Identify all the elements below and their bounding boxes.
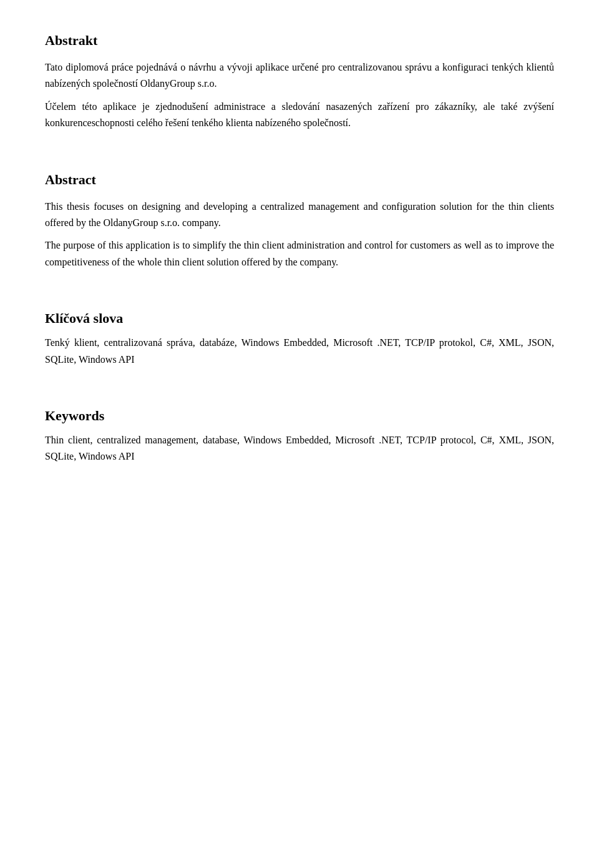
klicova-slova-body: Tenký klient, centralizovaná správa, dat… xyxy=(45,335,554,368)
abstrakt-title: Abstrakt xyxy=(45,30,554,51)
klicova-slova-section: Klíčová slova Tenký klient, centralizova… xyxy=(45,308,554,368)
abstrakt-body: Tato diplomová práce pojednává o návrhu … xyxy=(45,59,554,132)
klicova-slova-title: Klíčová slova xyxy=(45,308,554,328)
abstract-title: Abstract xyxy=(45,169,554,190)
keywords-title: Keywords xyxy=(45,405,554,426)
abstrakt-section: Abstrakt Tato diplomová práce pojednává … xyxy=(45,30,554,132)
keywords-section: Keywords Thin client, centralized manage… xyxy=(45,405,554,465)
abstrakt-paragraph-2: Účelem této aplikace je zjednodušení adm… xyxy=(45,99,554,132)
keywords-text: Thin client, centralized management, dat… xyxy=(45,432,554,465)
abstract-body: This thesis focuses on designing and dev… xyxy=(45,199,554,271)
abstract-paragraph-2: The purpose of this application is to si… xyxy=(45,237,554,270)
abstrakt-paragraph-1: Tato diplomová práce pojednává o návrhu … xyxy=(45,59,554,92)
abstract-section: Abstract This thesis focuses on designin… xyxy=(45,169,554,271)
abstract-paragraph-1: This thesis focuses on designing and dev… xyxy=(45,199,554,232)
keywords-body: Thin client, centralized management, dat… xyxy=(45,432,554,465)
klicova-slova-text: Tenký klient, centralizovaná správa, dat… xyxy=(45,335,554,368)
